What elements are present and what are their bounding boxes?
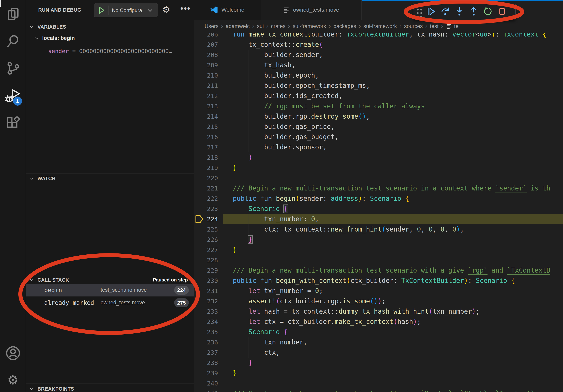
step-out-icon[interactable]: [467, 4, 481, 19]
line-number[interactable]: 233: [194, 306, 218, 317]
line-number[interactable]: 237: [194, 347, 218, 358]
code-line[interactable]: 211 builder.epoch_timestamp_ms,: [194, 80, 563, 91]
variables-scope-row[interactable]: locals: begin: [36, 35, 75, 41]
line-number[interactable]: 214: [194, 111, 218, 122]
code-line[interactable]: 215 builder.gas_price,: [194, 122, 563, 132]
code-line[interactable]: 231 let txn_number = 0;: [194, 286, 563, 296]
extensions-icon[interactable]: [0, 113, 26, 134]
line-number[interactable]: 241: [194, 389, 218, 392]
code-line[interactable]: 221/// Begin a new multi-transaction tes…: [194, 183, 563, 194]
line-number[interactable]: 231: [194, 286, 218, 296]
code-line[interactable]: 236 txn_number,: [194, 337, 563, 347]
code-editor[interactable]: 206fun make_tx_context(builder: TxContex…: [194, 0, 563, 392]
code-line[interactable]: 207 tx_context::create(: [194, 39, 563, 50]
debug-gear-icon[interactable]: ⚙: [162, 4, 170, 15]
breadcrumb-item[interactable]: Users: [205, 23, 218, 29]
step-over-icon[interactable]: [438, 4, 452, 19]
code-line[interactable]: 229/// Begin a new multi-transaction tes…: [194, 265, 563, 275]
line-number[interactable]: 239: [194, 368, 218, 378]
restart-icon[interactable]: [481, 4, 495, 19]
code-line[interactable]: 222public fun begin(sender: address): Sc…: [194, 194, 563, 204]
code-line[interactable]: 233 let hash = tx_context::dummy_tx_hash…: [194, 306, 563, 317]
line-number[interactable]: 218: [194, 152, 218, 163]
line-number[interactable]: 216: [194, 132, 218, 142]
line-number[interactable]: 236: [194, 337, 218, 347]
code-line[interactable]: 218 ): [194, 152, 563, 163]
line-number[interactable]: 220: [194, 173, 218, 183]
breadcrumb-item[interactable]: adamwelc: [226, 23, 250, 29]
start-debug-icon[interactable]: [94, 6, 109, 15]
explorer-icon[interactable]: [0, 3, 26, 25]
code-line[interactable]: 241/// Creates and shares system objects…: [194, 389, 563, 392]
run-and-debug-icon[interactable]: 1: [0, 85, 26, 107]
settings-gear-icon[interactable]: ⚙: [0, 369, 26, 391]
line-number[interactable]: 215: [194, 122, 218, 132]
line-number[interactable]: 219: [194, 163, 218, 173]
line-number[interactable]: 240: [194, 378, 218, 389]
toolbar-drag-handle[interactable]: [415, 4, 424, 19]
code-line[interactable]: 238 }: [194, 358, 563, 368]
line-number[interactable]: 221: [194, 183, 218, 194]
code-line[interactable]: 220: [194, 173, 563, 183]
watch-section-header[interactable]: WATCH: [26, 174, 194, 183]
code-line[interactable]: 217 builder.sponsor,: [194, 142, 563, 152]
line-number[interactable]: 238: [194, 358, 218, 368]
code-line[interactable]: 209 tx_hash,: [194, 60, 563, 70]
line-number[interactable]: 213: [194, 101, 218, 111]
breadcrumb-item[interactable]: sui-framework: [363, 23, 397, 29]
variable-row[interactable]: sender = 00000000000000000000000000…: [48, 48, 192, 54]
code-line[interactable]: 234 let ctx = ctx_builder.make_tx_contex…: [194, 317, 563, 327]
line-number[interactable]: 222: [194, 194, 218, 204]
code-line[interactable]: 235 Scenario {: [194, 327, 563, 337]
tab-owned-tests[interactable]: owned_tests.move: [261, 0, 362, 20]
launch-config-dropdown[interactable]: No Configura: [94, 3, 158, 17]
code-line[interactable]: 230public fun begin_with_context(ctx_bui…: [194, 275, 563, 286]
call-stack-frame[interactable]: already_markedowned_tests.move275: [26, 297, 194, 309]
code-line[interactable]: 223 Scenario {: [194, 204, 563, 214]
accounts-icon[interactable]: [0, 342, 26, 364]
breadcrumb-item[interactable]: packages: [333, 23, 356, 29]
code-line[interactable]: 208 builder.sender,: [194, 50, 563, 60]
call-stack-frame[interactable]: begintest_scenario.move224: [26, 284, 194, 297]
stop-icon[interactable]: [495, 4, 509, 19]
continue-icon[interactable]: [424, 4, 438, 19]
breakpoints-section-header[interactable]: BREAKPOINTS: [26, 384, 194, 392]
breadcrumb-item[interactable]: sui-framework: [293, 23, 326, 29]
breadcrumb-item[interactable]: sui: [257, 23, 264, 29]
source-control-icon[interactable]: [0, 57, 26, 79]
code-line[interactable]: 227}: [194, 245, 563, 255]
code-line[interactable]: 214 builder.rgp.destroy_some(),: [194, 111, 563, 122]
code-line[interactable]: 228: [194, 255, 563, 265]
code-line[interactable]: 212 builder.ids_created,: [194, 91, 563, 101]
line-number[interactable]: 217: [194, 142, 218, 152]
breadcrumb-item[interactable]: test: [430, 23, 439, 29]
line-number[interactable]: 225: [194, 224, 218, 235]
line-number[interactable]: 227: [194, 245, 218, 255]
search-icon[interactable]: [0, 30, 26, 52]
line-number[interactable]: 235: [194, 327, 218, 337]
code-line[interactable]: 213 // rgp must be set from the caller a…: [194, 101, 563, 111]
variables-section-header[interactable]: VARIABLES: [26, 22, 194, 32]
code-line[interactable]: 216 builder.gas_budget,: [194, 132, 563, 142]
code-line[interactable]: 219}: [194, 163, 563, 173]
line-number[interactable]: 230: [194, 275, 218, 286]
call-stack-section-header[interactable]: CALL STACK Paused on step: [26, 275, 194, 285]
code-line[interactable]: 225 ctx: tx_context::new_from_hint(sende…: [194, 224, 563, 235]
line-number[interactable]: 207: [194, 39, 218, 50]
code-line[interactable]: 239}: [194, 368, 563, 378]
line-number[interactable]: 208: [194, 50, 218, 60]
line-number[interactable]: 229: [194, 265, 218, 275]
line-number[interactable]: 223: [194, 204, 218, 214]
line-number[interactable]: 211: [194, 80, 218, 91]
line-number[interactable]: 226: [194, 235, 218, 245]
breadcrumb-item[interactable]: sources: [404, 23, 423, 29]
tab-welcome[interactable]: Welcome: [194, 0, 261, 20]
line-number[interactable]: 232: [194, 296, 218, 306]
code-line[interactable]: 232 assert!(ctx_builder.rgp.is_some());: [194, 296, 563, 306]
breadcrumb-item[interactable]: crates: [271, 23, 286, 29]
code-line[interactable]: 226 }: [194, 235, 563, 245]
breadcrumb-file[interactable]: te: [454, 23, 459, 29]
code-line[interactable]: 237 ctx,: [194, 347, 563, 358]
line-number[interactable]: 234: [194, 317, 218, 327]
line-number[interactable]: 210: [194, 70, 218, 80]
